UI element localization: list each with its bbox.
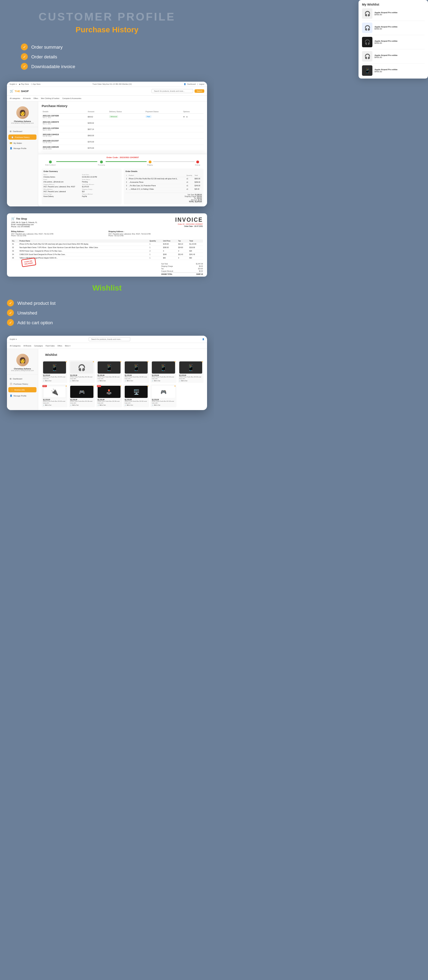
line-3 — [153, 161, 194, 162]
language-select[interactable]: English ▾ — [10, 83, 17, 85]
w-nav-flash[interactable]: Flash Sales — [46, 344, 54, 347]
w-language[interactable]: English ▾ — [10, 338, 17, 340]
sidebar-item-wallet[interactable]: 💳 My Wallet — [7, 140, 38, 146]
profile-section: 👩 Christina Ashens chris.ashens.1996@hot… — [7, 104, 38, 127]
add-to-cart-9[interactable]: 🛒 Add to Cart — [98, 404, 106, 406]
w-nav-offers[interactable]: Offers — [57, 344, 62, 347]
inv-col-tax: Tax — [177, 239, 188, 243]
wishlist-heart-7[interactable]: ♥ — [66, 385, 67, 387]
wishlist-feature-label-1: Wished product list — [18, 301, 56, 306]
order-details-table: # Product Quantity Total 1 iPhone 13 Pro… — [126, 174, 202, 191]
w-sidebar-purchase[interactable]: 📋 Purchase History — [7, 381, 38, 387]
w-sidebar-dashboard[interactable]: ⊞ Dashboard — [7, 376, 38, 381]
w-sidebar-manage[interactable]: 👤 Manage Profile — [7, 393, 38, 398]
sidebar-label-profile: Manage Profile — [14, 147, 26, 150]
view-icon[interactable]: 👁 — [183, 116, 185, 118]
split-layout: 👩 Christina Ashens chris.ashens.1996@hot… — [7, 102, 207, 207]
feature-label-3: Downloadable invoice — [31, 64, 75, 69]
wishlist-feature-label-3: Add to cart option — [18, 320, 53, 325]
order-progress: Order Confirmed Processing Shipping — [42, 161, 204, 166]
wishlist-heart-6[interactable]: ♥ — [202, 361, 203, 363]
w-sidebar-wishlist[interactable]: ♡ Wishlist (09) — [8, 387, 37, 392]
order-summary-box: Order Summary Name : Christina Ashens Or… — [42, 169, 122, 204]
download-icon[interactable]: ⬇ — [186, 116, 188, 118]
wishlist-content: Wishlist ♥ 📱 $1,215.00 iPhone 13 pro Pac… — [38, 349, 207, 410]
invoice-shop-logo: 🛒 The Shop — [11, 217, 37, 220]
wishlist-heart-11[interactable]: ♥ — [174, 385, 176, 387]
app-store-link[interactable]: ⬡ App Store — [31, 83, 40, 85]
add-to-cart-7[interactable]: 🛒 Add to Cart — [43, 404, 51, 406]
logout-link[interactable]: Logout — [199, 83, 204, 85]
totals-box: Sub Total $1,847.58 Shipping Charge $9.0… — [161, 263, 203, 275]
add-to-cart-2[interactable]: 🛒 Add to Cart — [70, 380, 78, 382]
w-nav-campaigns[interactable]: Campaigns — [34, 344, 43, 347]
w-nav-brands[interactable]: All Brands — [23, 344, 31, 347]
sidebar-item-purchase-history[interactable]: 📋 Purchase History — [8, 135, 37, 140]
info-total-amount: Total Order Amount : $1,676.00 — [82, 183, 120, 188]
w-user-icon: 👤 — [202, 338, 204, 340]
cart-icon-1: 🛒 — [43, 380, 45, 382]
add-to-cart-label-8: Add to Cart — [72, 404, 78, 406]
wishlist-heart-3[interactable]: ♥ — [120, 361, 121, 363]
nav-offers[interactable]: Offers — [33, 97, 38, 100]
add-to-cart-1[interactable]: 🛒 Add to Cart — [43, 380, 51, 382]
order-summary-grid: Name : Christina Ashens Order Date : 02.… — [43, 174, 120, 197]
amount-2: $283.02 — [87, 120, 108, 126]
play-store-link[interactable]: ▶ Play Store — [19, 83, 29, 85]
invoice-shop-name: The Shop — [16, 218, 27, 220]
check-icon-w1: ✓ — [7, 299, 14, 307]
wishlist-sidebar-menu: ⊞ Dashboard 📋 Purchase History ♡ Wishlis… — [7, 376, 38, 398]
nav-all-categories[interactable]: All categories — [10, 97, 20, 100]
add-to-cart-3[interactable]: 🛒 Add to Cart — [98, 380, 106, 382]
add-to-cart-8[interactable]: 🛒 Add to Cart — [70, 404, 78, 406]
wishlist-heart-5[interactable]: ♥ — [174, 361, 176, 363]
dashboard-link[interactable]: Dashboard — [187, 83, 196, 85]
billing-phone: Phone: 716-212-3765 — [11, 235, 106, 237]
wishlist-sidebar: 👩 Christina Ashens chris.ashens.1996@hot… — [7, 349, 38, 410]
store-logo-text: THE SHOP — [14, 90, 29, 93]
options-3 — [182, 126, 204, 132]
w-nav-more[interactable]: More ▾ — [65, 344, 70, 347]
invoice-row-2: 02 New Apple Watch Series 7 GPS 45mm - S… — [11, 246, 203, 250]
w-dashboard-icon: ⊞ — [10, 377, 11, 380]
add-to-cart-4[interactable]: 🛒 Add to Cart — [125, 380, 133, 382]
add-to-cart-5[interactable]: 🛒 Add to Cart — [152, 380, 160, 382]
wishlist-search-input[interactable] — [89, 337, 130, 341]
add-to-cart-11[interactable]: 🛒 Add to Cart — [152, 404, 160, 406]
wishlist-heart-8[interactable]: ♥ — [93, 385, 94, 387]
invoice-row-3: 03 HDHD Protect Case - Designed for iPho… — [11, 250, 203, 253]
shipping-label: Shipping Address : — [108, 231, 203, 232]
order-id-2: 20211101-13003478 Nov 1, 2021 — [42, 120, 87, 126]
search-input[interactable] — [151, 89, 193, 93]
add-to-cart-label-1: Add to Cart — [45, 380, 51, 382]
nav-all-brands[interactable]: All brands — [23, 97, 30, 100]
sidebar-item-dashboard[interactable]: ⊞ Dashboard — [7, 129, 38, 134]
wishlist-heart-4[interactable]: ♥ — [147, 361, 149, 363]
add-to-cart-label-11: Add to Cart — [154, 404, 160, 406]
cart-icon-11: 🛒 — [152, 404, 153, 406]
search-button[interactable]: Search — [194, 89, 204, 93]
col-options: Options — [182, 110, 204, 114]
wishlist-heart-9[interactable]: ♥ — [120, 385, 121, 387]
totals-shipping: Shipping Charge $9.00 — [161, 265, 203, 267]
user-icon: 👤 — [184, 83, 186, 85]
top-bar-left: English ▾ ▶ Play Store ⬡ App Store — [10, 83, 41, 85]
add-to-cart-10[interactable]: 🛒 Add to Cart — [125, 404, 133, 406]
nav-clothing[interactable]: Men Clothing & Fashion — [41, 97, 59, 100]
wishlist-heart-1[interactable]: ♥ — [66, 361, 67, 363]
sidebar-item-profile[interactable]: 👤 Manage Profile — [7, 146, 38, 151]
nav-computers[interactable]: Computer & Accessories — [62, 97, 81, 100]
w-nav-categories[interactable]: All Categories — [10, 344, 21, 347]
wishlist-heart-2[interactable]: ♥ — [93, 361, 94, 363]
invoice-from: 🛒 The Shop 1328, 6th St. Suite D, Orland… — [11, 217, 37, 228]
check-icon-w3: ✓ — [7, 319, 14, 326]
add-to-cart-6[interactable]: 🛒 Add to Cart — [179, 380, 188, 382]
product-img-8: 🎮 — [70, 386, 93, 398]
totals-tax: Tax $10.90 — [161, 267, 203, 270]
order-id-6: 20211028-13065185 Oct 28, 2021 — [42, 145, 87, 151]
dashboard-icon: ⊞ — [10, 130, 11, 132]
table-row: 20211101-13074288 Nov 1, 2021 $68.62 Del… — [42, 114, 204, 120]
user-actions: 👤 Dashboard | Logout — [184, 83, 204, 85]
wishlist-heart-10[interactable]: ♥ — [147, 385, 149, 387]
payment-5 — [145, 138, 182, 145]
